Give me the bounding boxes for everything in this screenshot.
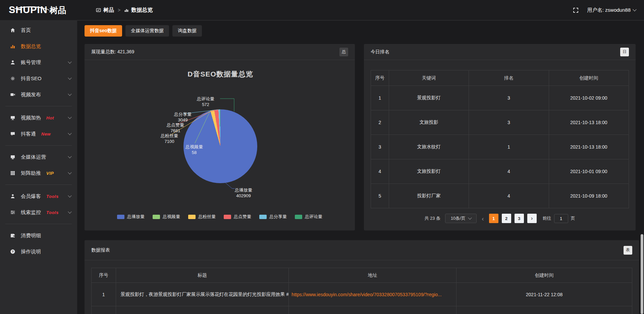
sidebar-item-consumption[interactable]: 消费明细: [0, 227, 77, 244]
table-toggle-button[interactable]: 表: [624, 246, 632, 255]
prev-page-button[interactable]: ‹: [480, 215, 485, 222]
pie-legend: 总播放量 总视频量 总粉丝量 总点赞量 总分享量 总评论量: [85, 214, 355, 220]
sidebar: 首页 数据总览 账号管理 抖音SEO 视频发布: [0, 20, 77, 314]
tab-inquiry-data[interactable]: 询盘数据: [172, 25, 202, 37]
sidebar-item-video-publish[interactable]: 视频发布: [0, 87, 77, 103]
breadcrumb-root[interactable]: 树品: [96, 7, 114, 14]
chat-icon: [10, 131, 16, 137]
sidebar-item-data-overview[interactable]: 数据总览: [0, 38, 77, 54]
data-tabs: 抖音seo数据 全媒体运营数据 询盘数据: [85, 25, 202, 37]
main-content: 抖音seo数据 全媒体运营数据 询盘数据 展现量总数: 421,369 总 D音…: [77, 20, 644, 314]
legend-item-videos[interactable]: 总视频量: [153, 214, 180, 220]
new-badge: New: [41, 132, 51, 137]
ranking-panel-header: 今日排名 日: [364, 44, 636, 60]
chevron-down-icon: [68, 131, 71, 135]
bar-chart-icon: [124, 8, 129, 12]
grid-icon: [10, 170, 16, 176]
sidebar-item-label: 账号管理: [21, 59, 41, 66]
pagination: 共 23 条 10条/页 ‹ 1 2 3 › 前往 页: [364, 214, 636, 223]
gear-icon: [10, 76, 16, 81]
table-row: 3 文旅水纹灯 1 2021-10-13 18:00: [371, 135, 629, 159]
chevron-down-icon: [68, 76, 71, 80]
tab-douyin-seo-data[interactable]: 抖音seo数据: [85, 25, 122, 37]
sidebar-item-member-tool[interactable]: 会员爆客 Tools: [0, 188, 77, 204]
sidebar-item-clue-monitor[interactable]: 线索监控 Tools: [0, 204, 77, 220]
page-button-2[interactable]: 2: [502, 214, 511, 223]
sidebar-item-label: 视频发布: [21, 92, 41, 98]
sidebar-divider: [5, 224, 72, 224]
bar-chart-icon: [10, 44, 16, 49]
report-table-header-row: 序号 标题 地址 创建时间: [92, 268, 632, 283]
legend-swatch: [224, 215, 231, 219]
pagination-goto: 前往 页: [543, 214, 575, 223]
tab-omnimedia-data[interactable]: 全媒体运营数据: [125, 25, 169, 37]
table-row: 5 投影灯厂家 4 2021-10-09 18:00: [371, 184, 629, 208]
chevron-down-icon: [468, 216, 472, 219]
legend-item-fans[interactable]: 总粉丝量: [188, 214, 216, 220]
video-camera-icon: [10, 92, 16, 97]
report-panel: 数据报表 表 序号 标题 地址 创建时间 1 景观投影灯，夜游景观投影灯厂家展示…: [85, 240, 639, 314]
total-toggle-button[interactable]: 总: [339, 48, 348, 56]
overview-panel-title: 展现量总数: 421,369: [91, 49, 134, 55]
breadcrumb-current[interactable]: 数据总览: [124, 7, 153, 14]
sidebar-item-label: 矩阵助推: [21, 170, 41, 176]
breadcrumb-root-label: 树品: [103, 7, 114, 14]
pie-label-shares: 总分享量 3049: [169, 111, 197, 123]
next-page-button[interactable]: ›: [527, 214, 537, 223]
breadcrumb: 树品 > 数据总览: [96, 7, 153, 14]
sidebar-item-matrix-boost[interactable]: 矩阵助推 VIP: [0, 165, 77, 181]
legend-item-plays[interactable]: 总播放量: [117, 214, 145, 220]
home-icon: [10, 28, 16, 33]
sidebar-item-label: 消费明细: [21, 232, 41, 239]
legend-item-shares[interactable]: 总分享量: [259, 214, 287, 220]
chevron-down-icon: [68, 154, 71, 158]
vertical-scrollbar-thumb[interactable]: [641, 234, 643, 314]
pie-label-comments: 总评论量 572: [192, 96, 220, 107]
monitor-icon: [10, 154, 16, 160]
chevron-down-icon: [68, 115, 71, 119]
hot-badge: Hot: [46, 115, 54, 120]
sidebar-divider: [5, 185, 72, 185]
legend-item-comments[interactable]: 总评论量: [295, 214, 322, 220]
ranking-panel: 今日排名 日 序号 关键词 排名 创建时间 1 景观投影灯 3 2021-10-…: [364, 44, 636, 230]
sidebar-item-label: 抖音SEO: [21, 75, 42, 82]
pie-chart-area: D音SEO数据量总览 总评论量 572 总分享量 3049 总点赞量 7681: [85, 60, 355, 230]
sidebar-item-help[interactable]: ? 操作说明: [0, 244, 77, 260]
sidebar-item-label: 会员爆客: [21, 193, 41, 200]
sidebar-item-video-heat[interactable]: 视频加热 Hot: [0, 110, 77, 126]
goto-page-input[interactable]: [554, 214, 568, 223]
legend-item-likes[interactable]: 总点赞量: [224, 214, 251, 220]
table-row: 1 景观投影灯 3 2021-10-02 09:00: [371, 86, 629, 110]
sliders-icon: [10, 210, 16, 215]
pagination-total: 共 23 条: [424, 215, 440, 221]
user-menu[interactable]: 用户名: zswodun88: [587, 7, 636, 13]
chevron-down-icon: [68, 92, 71, 96]
day-toggle-button[interactable]: 日: [620, 48, 629, 56]
person-icon: [10, 194, 16, 199]
svg-text:?: ?: [12, 250, 14, 253]
sidebar-item-douketong[interactable]: 抖客通 New: [0, 126, 77, 142]
board-chart-icon: [96, 8, 101, 13]
wallet-icon: [10, 233, 16, 238]
sidebar-item-home[interactable]: 首页: [0, 22, 77, 38]
sidebar-item-label: 线索监控: [21, 209, 41, 216]
chevron-down-icon: [633, 7, 636, 11]
sidebar-item-douyin-seo[interactable]: 抖音SEO: [0, 70, 77, 87]
video-url-link[interactable]: https://www.iesdouyin.com/share/video/70…: [291, 292, 442, 297]
sidebar-item-omnimedia[interactable]: 全媒体运营: [0, 149, 77, 165]
screen-icon: [10, 115, 16, 120]
sidebar-item-account[interactable]: 账号管理: [0, 54, 77, 70]
ranking-panel-title: 今日排名: [371, 49, 389, 55]
fullscreen-icon[interactable]: [573, 7, 579, 13]
page-size-select[interactable]: 10条/页: [445, 214, 477, 223]
tools-badge: Tools: [46, 194, 59, 199]
page-button-3[interactable]: 3: [515, 214, 524, 223]
tools-badge: Tools: [46, 210, 59, 215]
logo[interactable]: SHUPIN 树品: [0, 4, 77, 16]
page-button-1[interactable]: 1: [489, 214, 498, 223]
logo-text-cn: 树品: [50, 5, 66, 16]
pie-chart-title: D音SEO数据量总览: [147, 69, 294, 79]
chevron-down-icon: [68, 170, 71, 174]
table-row-partial: [92, 306, 632, 314]
sidebar-item-label: 首页: [21, 27, 31, 34]
